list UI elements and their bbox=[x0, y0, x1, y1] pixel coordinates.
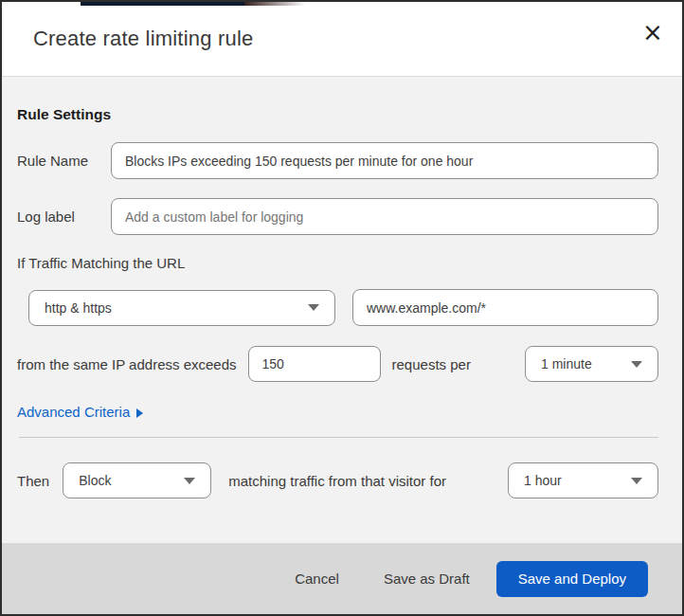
dialog-footer: Cancel Save as Draft Save and Deploy bbox=[2, 543, 682, 614]
chevron-down-icon bbox=[631, 478, 642, 484]
advanced-criteria-label: Advanced Criteria bbox=[17, 403, 130, 421]
scheme-select[interactable]: http & https bbox=[28, 290, 335, 326]
threshold-prefix-text: from the same IP address exceeds bbox=[17, 356, 237, 372]
rule-name-label: Rule Name bbox=[17, 153, 111, 169]
dialog-body: Rule Settings Rule Name Log label If Tra… bbox=[2, 77, 682, 543]
url-match-row: http & https bbox=[17, 289, 658, 326]
requests-per-text: requests per bbox=[392, 356, 471, 372]
rule-name-input[interactable] bbox=[111, 142, 658, 179]
log-label-label: Log label bbox=[17, 208, 111, 225]
traffic-matching-heading: If Traffic Matching the URL bbox=[17, 254, 658, 272]
section-divider bbox=[19, 437, 658, 438]
chevron-down-icon bbox=[631, 361, 642, 368]
cancel-button[interactable]: Cancel bbox=[293, 563, 341, 594]
scheme-select-value: http & https bbox=[45, 300, 112, 316]
log-label-input[interactable] bbox=[111, 198, 658, 235]
duration-select-value: 1 hour bbox=[524, 473, 562, 488]
action-select[interactable]: Block bbox=[63, 462, 211, 498]
url-pattern-input[interactable] bbox=[352, 289, 658, 326]
period-select-value: 1 minute bbox=[541, 356, 592, 371]
dialog-header: Create rate limiting rule × bbox=[2, 2, 682, 77]
close-icon[interactable]: × bbox=[638, 17, 668, 47]
triangle-right-icon bbox=[136, 408, 143, 418]
period-select[interactable]: 1 minute bbox=[525, 346, 658, 382]
rule-name-row: Rule Name bbox=[17, 142, 658, 179]
action-row: Then Block matching traffic from that vi… bbox=[17, 462, 658, 498]
chevron-down-icon bbox=[308, 304, 319, 311]
chevron-down-icon bbox=[184, 478, 195, 484]
advanced-criteria-link[interactable]: Advanced Criteria bbox=[17, 403, 143, 421]
background-app-strip-fade bbox=[244, 2, 305, 6]
action-select-value: Block bbox=[79, 473, 111, 488]
background-app-strip bbox=[81, 2, 244, 6]
request-count-input[interactable] bbox=[248, 346, 381, 382]
then-label: Then bbox=[17, 473, 49, 489]
save-as-draft-button[interactable]: Save as Draft bbox=[382, 563, 472, 594]
action-middle-text: matching traffic from that visitor for bbox=[228, 473, 446, 489]
save-and-deploy-button[interactable]: Save and Deploy bbox=[496, 561, 648, 597]
log-label-row: Log label bbox=[17, 198, 658, 235]
duration-select[interactable]: 1 hour bbox=[508, 462, 658, 498]
dialog-title: Create rate limiting rule bbox=[33, 27, 253, 51]
rule-settings-heading: Rule Settings bbox=[17, 105, 658, 123]
create-rate-limiting-rule-dialog: Create rate limiting rule × Rule Setting… bbox=[0, 0, 684, 616]
threshold-row: from the same IP address exceeds request… bbox=[17, 346, 658, 382]
